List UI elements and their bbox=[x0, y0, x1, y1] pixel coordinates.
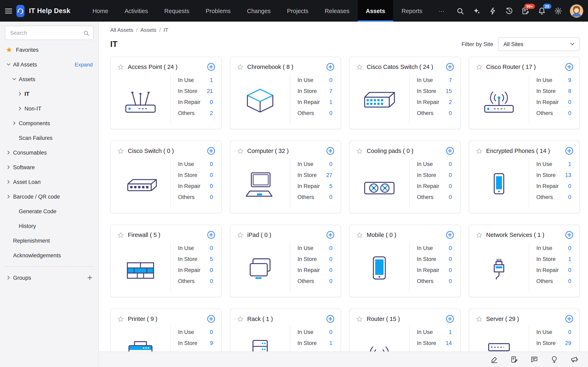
nav-item-changes[interactable]: Changes bbox=[239, 0, 279, 22]
favorite-star-icon[interactable] bbox=[237, 315, 243, 322]
sidebar-item-generate-code[interactable]: Generate Code bbox=[0, 204, 98, 218]
favorite-star-icon[interactable] bbox=[237, 147, 243, 154]
sidebar-item-favorites[interactable]: Favorites bbox=[0, 41, 98, 57]
card-title[interactable]: Printer ( 9 ) bbox=[128, 316, 203, 322]
sidebar-item-acknowledgements[interactable]: Acknowledgements bbox=[0, 248, 98, 263]
approvals-icon[interactable]: 99+ bbox=[518, 3, 533, 18]
add-asset-button[interactable] bbox=[445, 146, 454, 155]
stat-value[interactable]: 0 bbox=[449, 256, 452, 262]
stat-value[interactable]: 0 bbox=[210, 99, 213, 105]
card-title[interactable]: Server ( 29 ) bbox=[486, 316, 561, 322]
add-asset-button[interactable] bbox=[207, 230, 215, 239]
stat-value[interactable]: 0 bbox=[210, 183, 213, 189]
favorite-star-icon[interactable] bbox=[117, 315, 124, 322]
chevron-right-icon[interactable] bbox=[5, 178, 12, 185]
stat-value[interactable]: 9 bbox=[210, 340, 213, 346]
stat-value[interactable]: 0 bbox=[568, 278, 571, 284]
stat-value[interactable]: 0 bbox=[329, 110, 332, 116]
stat-value[interactable]: 0 bbox=[210, 278, 213, 284]
chevron-down-icon[interactable] bbox=[5, 61, 12, 68]
stat-value[interactable]: 0 bbox=[568, 245, 571, 251]
card-title[interactable]: Chromebook ( 8 ) bbox=[247, 64, 322, 70]
add-asset-button[interactable] bbox=[207, 314, 215, 323]
stat-value[interactable]: 1 bbox=[568, 161, 571, 167]
sidebar-item-assets[interactable]: Assets bbox=[0, 72, 98, 86]
favorite-star-icon[interactable] bbox=[117, 231, 124, 238]
nav-item-requests[interactable]: Requests bbox=[156, 0, 198, 22]
favorite-star-icon[interactable] bbox=[476, 147, 483, 154]
chevron-right-icon[interactable] bbox=[16, 105, 23, 112]
add-asset-button[interactable] bbox=[207, 62, 215, 71]
chevron-right-icon[interactable] bbox=[5, 193, 12, 200]
stat-value[interactable]: 0 bbox=[449, 278, 452, 284]
sidebar-item-barcode-qr-code[interactable]: Barcode / QR code bbox=[0, 189, 98, 204]
card-title[interactable]: Access Point ( 24 ) bbox=[128, 64, 203, 70]
app-logo[interactable] bbox=[16, 5, 25, 17]
idea-bulb-icon[interactable] bbox=[550, 356, 558, 363]
favorite-star-icon[interactable] bbox=[356, 231, 363, 238]
search-icon[interactable] bbox=[453, 3, 467, 18]
card-title[interactable]: Mobile ( 0 ) bbox=[367, 232, 442, 238]
stat-value[interactable]: 0 bbox=[449, 161, 452, 167]
nav-item-reports[interactable]: Reports bbox=[393, 0, 431, 22]
favorite-star-icon[interactable] bbox=[117, 63, 124, 70]
card-title[interactable]: Computer ( 32 ) bbox=[247, 148, 322, 154]
chevron-right-icon[interactable] bbox=[5, 149, 12, 156]
add-asset-button[interactable] bbox=[445, 230, 454, 239]
stat-value[interactable]: 1 bbox=[568, 256, 571, 262]
nav-item-home[interactable]: Home bbox=[84, 0, 116, 22]
stat-value[interactable]: 0 bbox=[329, 245, 332, 251]
nav-item-problems[interactable]: Problems bbox=[198, 0, 239, 22]
card-title[interactable]: Firewall ( 5 ) bbox=[128, 232, 203, 238]
stat-value[interactable]: 5 bbox=[210, 256, 213, 262]
stat-value[interactable]: 0 bbox=[568, 110, 571, 116]
favorite-star-icon[interactable] bbox=[476, 231, 483, 238]
chevron-down-icon[interactable] bbox=[11, 76, 17, 83]
stat-value[interactable]: 0 bbox=[568, 267, 571, 273]
favorite-star-icon[interactable] bbox=[237, 63, 243, 70]
stat-value[interactable]: 0 bbox=[568, 99, 571, 105]
nav-item-more[interactable]: ··· bbox=[430, 0, 453, 22]
add-asset-button[interactable] bbox=[326, 146, 335, 155]
stat-value[interactable]: 1 bbox=[329, 340, 332, 346]
add-asset-button[interactable] bbox=[565, 146, 574, 155]
stat-value[interactable]: 14 bbox=[446, 340, 452, 346]
stat-value[interactable]: 0 bbox=[329, 329, 332, 335]
nav-item-activities[interactable]: Activities bbox=[116, 0, 156, 22]
stat-value[interactable]: 8 bbox=[568, 88, 571, 94]
stat-value[interactable]: 0 bbox=[210, 329, 213, 335]
notifications-bell-icon[interactable]: 25 bbox=[534, 3, 549, 18]
stat-value[interactable]: 2 bbox=[449, 99, 452, 105]
card-title[interactable]: iPad ( 0 ) bbox=[247, 232, 322, 238]
chevron-right-icon[interactable] bbox=[5, 274, 12, 281]
stat-value[interactable]: 0 bbox=[449, 172, 452, 178]
card-title[interactable]: Network Services ( 1 ) bbox=[486, 232, 561, 238]
stat-value[interactable]: 0 bbox=[210, 161, 213, 167]
stat-value[interactable]: 2 bbox=[210, 110, 213, 116]
sidebar-item-it[interactable]: IT bbox=[0, 86, 98, 101]
sidebar-item-history[interactable]: History bbox=[0, 218, 98, 233]
sidebar-item-all-assets[interactable]: All AssetsExpand bbox=[0, 57, 98, 72]
add-asset-button[interactable] bbox=[445, 62, 454, 71]
stat-value[interactable]: 15 bbox=[446, 88, 452, 94]
stat-value[interactable]: 0 bbox=[210, 267, 213, 273]
stat-value[interactable]: 0 bbox=[329, 194, 332, 200]
feedback-comment-icon[interactable] bbox=[530, 356, 538, 363]
favorite-star-icon[interactable] bbox=[356, 63, 363, 70]
stat-value[interactable]: 0 bbox=[449, 267, 452, 273]
favorite-star-icon[interactable] bbox=[476, 315, 483, 322]
sidebar-item-replenishment[interactable]: Replenishment bbox=[0, 233, 98, 248]
add-asset-button[interactable] bbox=[326, 62, 335, 71]
chevron-right-icon[interactable] bbox=[11, 120, 17, 127]
stat-value[interactable]: 0 bbox=[329, 77, 332, 83]
stat-value[interactable]: 0 bbox=[568, 194, 571, 200]
stat-value[interactable]: 9 bbox=[568, 77, 571, 83]
card-title[interactable]: Cooling pads ( 0 ) bbox=[367, 148, 442, 154]
sidebar-item-non-it[interactable]: Non-IT bbox=[0, 101, 98, 116]
stat-value[interactable]: 5 bbox=[329, 183, 332, 189]
sidebar-item-consumables[interactable]: Consumables bbox=[0, 145, 98, 160]
stat-value[interactable]: 0 bbox=[329, 161, 332, 167]
stat-value[interactable]: 1 bbox=[329, 99, 332, 105]
stat-value[interactable]: 0 bbox=[449, 110, 452, 116]
card-title[interactable]: Cisco Switch ( 0 ) bbox=[128, 148, 203, 154]
